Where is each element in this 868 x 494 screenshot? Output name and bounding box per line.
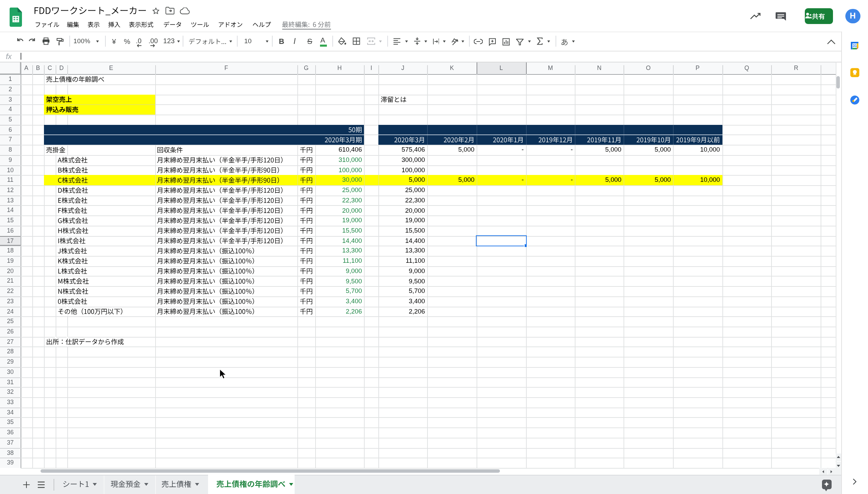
svg-text:31: 31 xyxy=(853,44,857,48)
